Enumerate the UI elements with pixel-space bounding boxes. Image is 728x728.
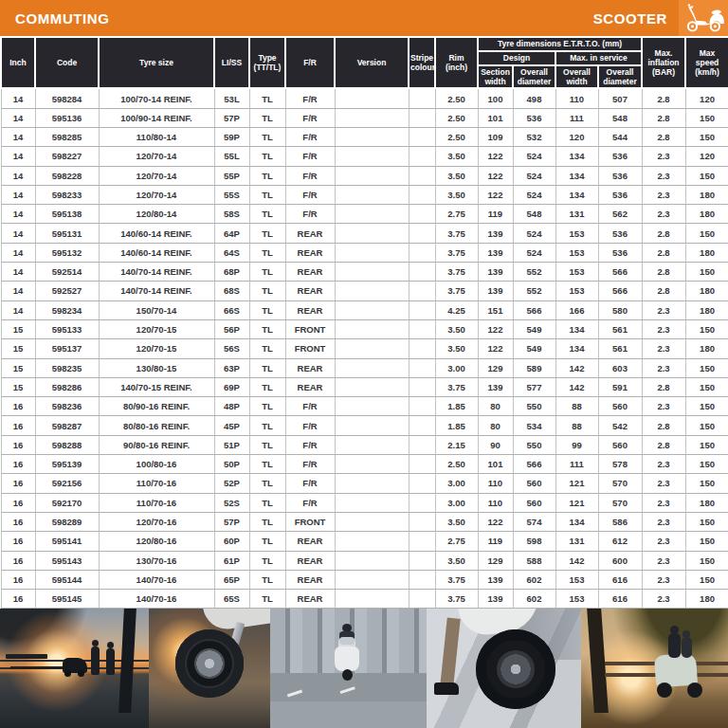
cell-rim: 3.50 xyxy=(435,551,478,570)
cell-max_inflation: 2.3 xyxy=(642,339,685,358)
cell-inch: 16 xyxy=(1,570,35,589)
cell-version xyxy=(335,185,409,204)
cell-rim: 2.75 xyxy=(435,532,478,551)
cell-version xyxy=(335,339,409,358)
cell-max_inflation: 2.8 xyxy=(642,282,685,300)
col-header-li-ss: LI/SS xyxy=(214,37,249,88)
cell-overall_width: 121 xyxy=(555,474,598,493)
cell-version xyxy=(335,570,409,589)
photo-front-wheel-and-leg xyxy=(427,609,581,728)
cell-overall_diameter_service: 507 xyxy=(598,88,642,108)
cell-type: TL xyxy=(249,300,285,319)
cell-section_width: 122 xyxy=(478,319,513,338)
cell-tyre_size: 120/70-14 xyxy=(99,166,214,185)
cell-overall_diameter_design: 589 xyxy=(513,358,555,377)
table-row: 1659828890/80-16 REINF.51PTLF/R2.1590550… xyxy=(1,435,728,454)
cell-overall_diameter_service: 536 xyxy=(598,224,642,243)
cell-li_ss: 51P xyxy=(214,435,249,454)
cell-overall_diameter_design: 574 xyxy=(513,512,555,531)
cell-max_inflation: 2.3 xyxy=(642,512,685,531)
cell-version xyxy=(335,474,409,493)
cell-stripe_colour xyxy=(409,300,435,319)
cell-fr: REAR xyxy=(285,224,335,243)
cell-type: TL xyxy=(249,512,285,531)
cell-stripe_colour xyxy=(409,166,435,185)
cell-stripe_colour xyxy=(409,532,435,551)
cell-max_speed: 150 xyxy=(685,551,728,570)
cell-max_speed: 150 xyxy=(685,127,728,146)
cell-overall_diameter_service: 566 xyxy=(598,263,642,282)
table-row: 1659823680/90-16 REINF.48PTLF/R1.8580550… xyxy=(1,397,728,416)
cell-overall_width: 153 xyxy=(555,263,598,282)
cell-fr: F/R xyxy=(285,166,335,185)
cell-fr: F/R xyxy=(285,474,335,493)
cell-fr: F/R xyxy=(285,205,335,224)
cell-overall_diameter_service: 560 xyxy=(598,397,642,416)
cell-type: TL xyxy=(249,377,285,396)
cell-overall_diameter_service: 600 xyxy=(598,551,642,570)
cell-stripe_colour xyxy=(409,243,435,262)
cell-max_inflation: 2.8 xyxy=(642,108,685,127)
cell-overall_width: 142 xyxy=(555,377,598,396)
col-header-code: Code xyxy=(35,37,99,88)
cell-code: 598233 xyxy=(35,185,99,204)
bench-shape xyxy=(6,654,47,659)
col-header-fr: F/R xyxy=(285,37,335,88)
cell-max_inflation: 2.3 xyxy=(642,474,685,493)
cell-code: 595141 xyxy=(35,532,99,551)
cell-overall_width: 120 xyxy=(555,127,598,146)
cell-max_speed: 150 xyxy=(685,108,728,127)
cell-tyre_size: 80/80-16 REINF. xyxy=(99,416,214,435)
cell-rim: 3.50 xyxy=(435,166,478,185)
cell-version xyxy=(335,455,409,474)
cell-fr: FRONT xyxy=(285,319,335,338)
cell-stripe_colour xyxy=(409,185,435,204)
table-header: Inch Code Tyre size LI/SS Type (TT/TL) F… xyxy=(1,37,728,88)
cell-tyre_size: 140/70-14 REINF. xyxy=(99,282,214,300)
segment-title: SCOOTER xyxy=(593,10,667,27)
cell-inch: 16 xyxy=(1,397,35,416)
cell-fr: REAR xyxy=(285,570,335,589)
cell-overall_width: 153 xyxy=(555,243,598,262)
table-row: 14598234150/70-1466STLREAR4.251515661665… xyxy=(1,300,728,319)
cell-li_ss: 66S xyxy=(214,300,249,319)
cell-max_inflation: 2.8 xyxy=(642,127,685,146)
cell-max_inflation: 2.8 xyxy=(642,377,685,396)
cell-code: 592156 xyxy=(35,474,99,493)
cell-max_inflation: 2.8 xyxy=(642,263,685,282)
cell-overall_diameter_design: 566 xyxy=(513,455,555,474)
cell-max_speed: 150 xyxy=(685,224,728,243)
table-row: 16595143130/70-1661PTLREAR3.501295881426… xyxy=(1,551,728,570)
cell-code: 598228 xyxy=(35,166,99,185)
cell-inch: 14 xyxy=(1,224,35,243)
cell-section_width: 101 xyxy=(478,108,513,127)
person-silhouette-shape xyxy=(668,633,681,658)
col-header-version: Version xyxy=(335,37,409,88)
table-row: 16598289120/70-1657PTLFRONT3.50122574134… xyxy=(1,512,728,531)
cell-type: TL xyxy=(249,474,285,493)
cell-li_ss: 58S xyxy=(214,205,249,224)
cell-section_width: 151 xyxy=(478,300,513,319)
cell-fr: F/R xyxy=(285,108,335,127)
cell-inch: 14 xyxy=(1,243,35,262)
cell-max_speed: 180 xyxy=(685,282,728,300)
cell-overall_width: 110 xyxy=(555,88,598,108)
cell-tyre_size: 90/80-16 REINF. xyxy=(99,435,214,454)
col-header-max-speed: Max speed (km/h) xyxy=(685,37,728,88)
table-row: 16595145140/70-1665STLREAR3.751396021536… xyxy=(1,590,728,609)
cell-max_inflation: 2.3 xyxy=(642,455,685,474)
cell-max_inflation: 2.3 xyxy=(642,300,685,319)
leg-shape xyxy=(440,618,460,687)
cell-version xyxy=(335,551,409,570)
col-header-stripe-colour: Stripe colour xyxy=(409,37,435,88)
cell-overall_diameter_design: 552 xyxy=(513,282,555,300)
cell-max_speed: 180 xyxy=(685,300,728,319)
cell-max_inflation: 2.3 xyxy=(642,570,685,589)
cell-max_speed: 150 xyxy=(685,435,728,454)
cell-max_inflation: 2.3 xyxy=(642,358,685,377)
cell-rim: 3.75 xyxy=(435,377,478,396)
cell-rim: 2.50 xyxy=(435,88,478,108)
cell-max_inflation: 2.3 xyxy=(642,493,685,512)
cell-overall_width: 131 xyxy=(555,532,598,551)
cell-inch: 15 xyxy=(1,377,35,396)
